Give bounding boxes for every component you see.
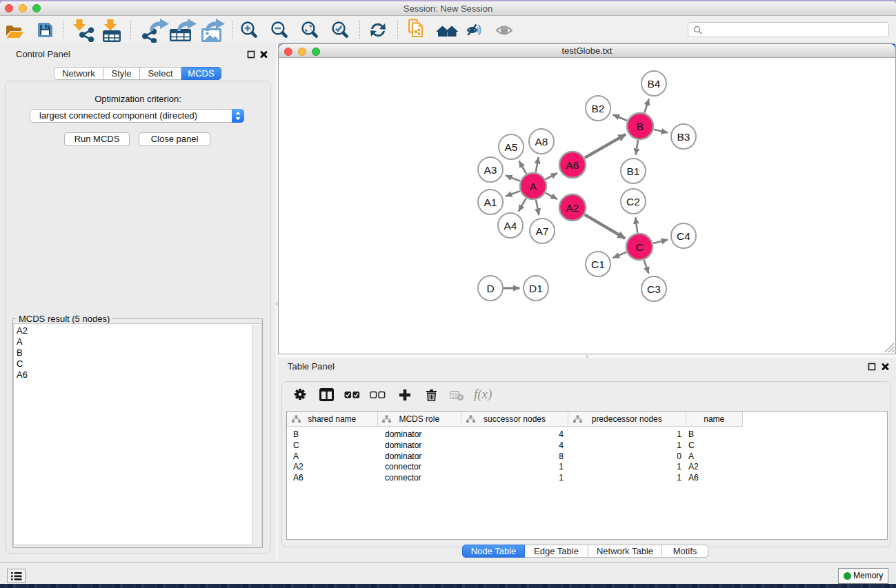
svg-text:A2: A2 [566,202,579,214]
svg-text:A8: A8 [535,136,548,148]
svg-text:A3: A3 [484,164,497,176]
svg-text:B: B [637,121,644,132]
svg-text:A7: A7 [536,225,549,237]
svg-text:C1: C1 [591,258,605,270]
svg-text:A5: A5 [505,141,518,153]
svg-text:B4: B4 [648,78,661,90]
svg-text:B1: B1 [627,165,640,177]
svg-text:B2: B2 [592,103,605,114]
svg-text:C2: C2 [626,196,640,207]
svg-text:A: A [530,181,537,192]
svg-text:C4: C4 [677,230,690,242]
svg-text:A6: A6 [566,159,579,171]
svg-text:B3: B3 [677,131,690,143]
svg-text:A4: A4 [504,220,517,232]
svg-text:D1: D1 [529,283,543,294]
svg-text:C: C [635,241,643,253]
svg-text:A1: A1 [484,196,497,208]
svg-text:C3: C3 [647,283,661,295]
svg-text:D: D [486,283,494,294]
